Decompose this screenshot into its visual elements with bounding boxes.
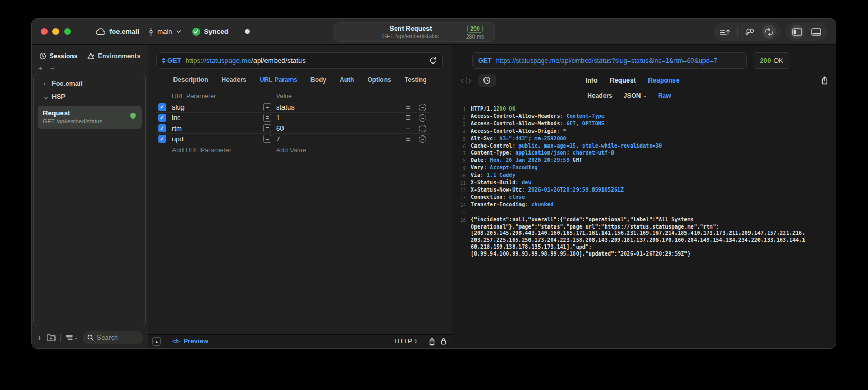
tab-response[interactable]: Response (648, 77, 680, 84)
new-folder-button[interactable] (47, 334, 56, 341)
request-url-bar[interactable]: GET https://statuspage.me/api/embed/stat… (156, 52, 443, 69)
row-menu-icon[interactable]: ☰ (406, 125, 419, 132)
resend-request-button[interactable] (429, 57, 437, 65)
row-menu-icon[interactable]: ☰ (406, 135, 419, 142)
subtab-json[interactable]: JSON⌄ (624, 92, 647, 99)
param-row: ✓rtm=60☰− (156, 123, 431, 134)
preview-button[interactable]: </> Preview (172, 338, 208, 345)
add-item-button[interactable]: + (38, 66, 43, 71)
remove-row-icon[interactable]: − (419, 125, 426, 132)
remove-row-icon[interactable]: − (419, 135, 426, 143)
tab-environments[interactable]: Environments (87, 52, 140, 60)
subtab-label: JSON (624, 92, 641, 99)
sync-actions-group (714, 23, 781, 41)
push-changes-button[interactable] (718, 25, 732, 39)
equals-operator-icon[interactable]: = (263, 103, 271, 111)
tree-item-foe-email[interactable]: › Foe.email (34, 74, 145, 87)
param-checkbox[interactable]: ✓ (158, 103, 166, 111)
lock-icon[interactable] (441, 338, 446, 345)
tab-request[interactable]: Request (610, 77, 636, 84)
remove-item-button[interactable]: − (50, 66, 55, 71)
sent-request-pill[interactable]: Sent Request GET /api/embed/status 200 2… (334, 22, 495, 42)
param-value-cell[interactable]: 7 (276, 135, 406, 143)
zoom-window-button[interactable] (64, 28, 71, 35)
branch-selector[interactable]: main (149, 28, 181, 36)
project-selector[interactable]: foe.email (95, 28, 139, 35)
sidebar-footer: + ⌄ Search (32, 330, 148, 348)
tree-item-hsp[interactable]: ⌄ HSP (34, 87, 145, 101)
sidebar-search-input[interactable]: Search (83, 331, 143, 344)
bottom-panel-icon (811, 28, 821, 36)
row-menu-icon[interactable]: ☰ (406, 104, 419, 111)
equals-operator-icon[interactable]: = (263, 135, 271, 143)
method-selector[interactable]: GET (162, 57, 181, 65)
request-item-title: Request (43, 109, 136, 117)
equals-operator-icon[interactable]: = (263, 124, 271, 132)
lock-icon (441, 338, 446, 345)
tree-item-label: Foe.email (52, 80, 83, 87)
tab-sessions[interactable]: Sessions (39, 52, 78, 60)
sync-now-button[interactable] (762, 25, 776, 39)
header-separator: : (512, 143, 518, 150)
tab-url-params[interactable]: URL Params (260, 76, 297, 84)
add-url-parameter-field[interactable]: Add URL Parameter (172, 147, 263, 154)
expand-panel-button[interactable]: ▲ (152, 337, 161, 346)
tab-info[interactable]: Info (586, 77, 598, 84)
sort-list-button[interactable]: ⌄ (66, 335, 78, 341)
header-separator: : (557, 128, 563, 135)
header-name: Transfer-Encoding (471, 202, 525, 209)
row-menu-icon[interactable]: ☰ (406, 114, 419, 121)
request-url-input[interactable]: https://statuspage.me/api/embed/status (186, 57, 306, 65)
response-request-url[interactable]: GET https://statuspage.me/api/embed/stat… (472, 52, 747, 69)
response-method-label: GET (478, 57, 492, 65)
header-value: dev (522, 179, 531, 187)
request-list-item[interactable]: Request GET /api/embed/status (38, 106, 142, 129)
add-value-field[interactable]: Add Value (276, 147, 406, 154)
tab-testing[interactable]: Testing (405, 76, 427, 84)
back-button[interactable]: ‹ (459, 77, 466, 84)
new-request-button[interactable]: + (37, 334, 42, 341)
toggle-sidebar-button[interactable] (790, 25, 804, 39)
forward-button[interactable]: › (467, 77, 474, 84)
response-body-text: [208,205,145,298,443,140,160,165,171,161… (471, 230, 805, 237)
pull-changes-button[interactable] (743, 25, 757, 39)
sync-status-button[interactable]: Synced (192, 28, 229, 36)
remove-row-icon[interactable]: − (419, 104, 426, 111)
subtab-raw[interactable]: Raw (658, 92, 671, 99)
header-separator: : (525, 202, 531, 209)
param-checkbox[interactable]: ✓ (158, 114, 166, 122)
tab-description[interactable]: Description (173, 76, 208, 84)
history-button[interactable] (478, 74, 496, 87)
param-value-cell[interactable]: 60 (276, 124, 406, 132)
param-name-cell[interactable]: inc (172, 114, 263, 122)
param-name-cell[interactable]: upd (172, 135, 263, 143)
line-number: 4 (457, 128, 466, 135)
tab-body[interactable]: Body (310, 76, 326, 84)
protocol-selector[interactable]: HTTP (395, 338, 417, 345)
param-value-cell[interactable]: 1 (276, 114, 406, 122)
minimize-window-button[interactable] (52, 28, 59, 35)
protocol-label: HTTP (395, 338, 412, 345)
param-checkbox[interactable]: ✓ (158, 124, 166, 132)
close-window-button[interactable] (41, 28, 48, 35)
share-request-button[interactable] (428, 338, 435, 346)
header-separator: : (493, 135, 499, 143)
toggle-bottom-panel-button[interactable] (809, 25, 823, 39)
equals-operator-icon[interactable]: = (263, 114, 271, 122)
line-number: 8 (457, 157, 466, 165)
header-separator: : (483, 165, 490, 172)
sidebar-add-remove: + − (32, 64, 148, 72)
line-number: 12 (457, 187, 466, 194)
response-status-badge: 200 OK (753, 52, 790, 69)
param-checkbox[interactable]: ✓ (158, 135, 166, 143)
tab-auth[interactable]: Auth (340, 76, 354, 84)
subtab-headers[interactable]: Headers (587, 92, 612, 99)
tab-headers[interactable]: Headers (222, 76, 246, 84)
param-name-cell[interactable]: slug (172, 103, 263, 111)
export-response-button[interactable] (821, 76, 828, 85)
tab-options[interactable]: Options (367, 76, 391, 84)
params-table-header: URL Parameter Value (156, 90, 431, 102)
param-name-cell[interactable]: rtm (172, 124, 263, 132)
param-value-cell[interactable]: status (276, 103, 406, 111)
remove-row-icon[interactable]: − (419, 114, 426, 122)
